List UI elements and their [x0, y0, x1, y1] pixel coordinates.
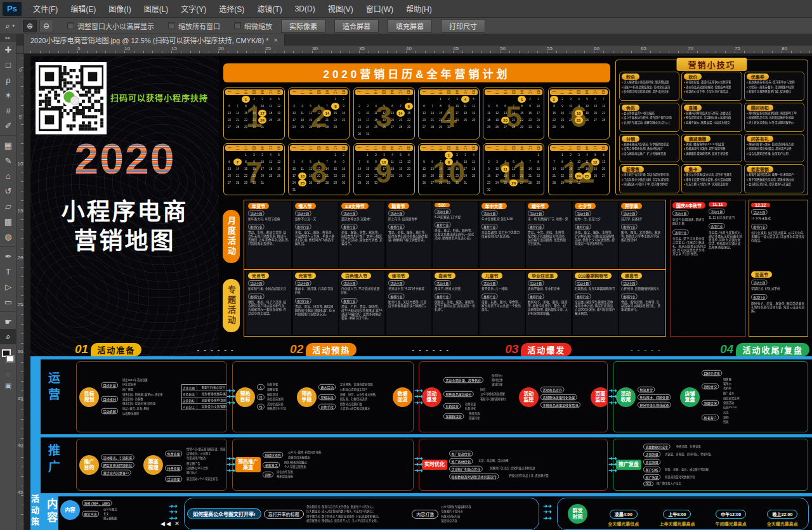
mindmap-item: 客户分析新客、老客、会员、成交客户等数据 — [643, 466, 730, 473]
calendar-day: 23 — [445, 117, 452, 123]
mindmap-subs: 拉新获客唤醒老客 — [267, 382, 282, 391]
quick-mask-button[interactable]: ◌ — [0, 368, 16, 380]
mindmap-pill: 活动曝光、引流获客 — [101, 454, 134, 460]
marquee-tool[interactable]: □ — [0, 57, 16, 72]
menu-item-10[interactable]: 帮助(H) — [400, 0, 438, 18]
calendar-day: 30 — [454, 180, 460, 186]
mindmap-subs: 同比2019年活动效果环比增长率推广预算 — [122, 378, 157, 392]
activity-industry: 餐饮、家居、电子产品等, 结合跨年用户可以装扮新气氛, 为新家置办一套新年好物,… — [248, 301, 289, 316]
mindmap-pill: 根据数据及时调整活动页面宣传 — [449, 473, 499, 479]
calendar-day: 17 — [575, 166, 582, 172]
mindmap-item: 活动全面放量、提升转化秒杀特价限时优惠满减包邮 — [443, 373, 516, 387]
featured-column-national: 国庆&中秋节活动主题欢度气氛迎国庆, 花好月圆过中秋适用行业全品类, 是下半年黄… — [672, 202, 707, 334]
menu-item-2[interactable]: 图像(I) — [102, 0, 137, 18]
hand-tool[interactable]: ☛ — [0, 314, 16, 329]
option-checkbox-1[interactable]: 缩放所有窗口 — [168, 21, 220, 31]
clone-stamp-tool[interactable]: ⌂ — [0, 168, 16, 183]
schedule-note: 午间曝光最高点 — [716, 520, 747, 527]
menu-item-9[interactable]: 窗口(W) — [360, 0, 400, 18]
tip-card-label: 集卡 — [684, 166, 702, 172]
crop-tool[interactable]: # — [0, 103, 16, 118]
menu-item-5[interactable]: 选择(S) — [213, 0, 251, 18]
magic-wand-tool[interactable]: ✶ — [0, 87, 16, 103]
option-button-0[interactable]: 实际像素 — [281, 19, 325, 33]
menu-item-1[interactable]: 编辑(E) — [64, 0, 102, 18]
calendar-month-4: 一二三四五六日412345678910111213141516171819202… — [418, 87, 480, 139]
theme-tag: 活动主题 — [751, 209, 768, 215]
eyedropper-tool[interactable]: ✐ — [0, 118, 16, 133]
mindmap-pill: 客户分析 — [643, 467, 660, 472]
mindmap-subitem: 推广成本 — [723, 392, 734, 395]
calendar-day: 4 — [299, 103, 306, 109]
calendar-weekday-row: 一二三四五六日 — [550, 145, 608, 151]
pen-tool[interactable]: ✒ — [0, 249, 16, 264]
gradient-tool[interactable]: ▩ — [0, 214, 16, 229]
mindmap-node: 实时优化 — [422, 460, 447, 469]
theme-tag: 活动主题 — [248, 210, 265, 216]
calendar-day: 15 — [364, 166, 370, 172]
eraser-tool[interactable]: ▱ — [0, 198, 16, 214]
brush-tool[interactable]: ✎ — [0, 153, 16, 168]
calendar-day: 11 — [501, 165, 509, 172]
option-checkbox-0[interactable]: 调整窗口大小以满屏显示 — [67, 21, 154, 31]
calendar-day: 6 — [502, 103, 509, 109]
zoom-in-button[interactable]: ⊕ — [23, 20, 37, 32]
mindmap-subitem: 朋友圈广告 — [187, 462, 209, 465]
tip-bullet: ▸砍到底价可下单, 引导分享扩散活动 — [684, 90, 724, 93]
path-selection-tool[interactable]: ▷ — [0, 279, 16, 294]
weekday-label: 五 — [390, 145, 394, 151]
calendar-day-grid: 1234567891011121314151617181920212223242… — [289, 95, 349, 131]
blur-tool[interactable]: ◍ — [0, 229, 16, 244]
ruler-h-number: 80 — [782, 46, 787, 51]
zoom-out-button[interactable]: ⊖ — [39, 20, 53, 32]
menu-item-6[interactable]: 滤镜(T) — [251, 0, 288, 18]
type-tool[interactable]: T — [0, 264, 16, 279]
background-color-swatch[interactable] — [6, 355, 15, 363]
option-button-2[interactable]: 填充屏幕 — [388, 19, 432, 33]
option-button-3[interactable]: 打印尺寸 — [441, 19, 485, 33]
history-brush-tool[interactable]: ↺ — [0, 183, 16, 198]
phase-group-2: 02活动预热 — [290, 342, 357, 356]
mindmap-subitem: 热品提前加购 — [267, 398, 284, 401]
document-tab[interactable]: 2020小程序电商营销地图.jpg @ 12.5% (扫码可以获得小程序扶持, … — [24, 34, 285, 46]
healing-brush-tool[interactable]: ▦ — [0, 138, 16, 153]
lasso-tool[interactable]: ρ — [0, 72, 16, 87]
menu-item-0[interactable]: 文件(F) — [27, 0, 64, 18]
tip-card-3: 会员▸会员等级设置3-5级为最佳▸设立专属权益与积分, 提升用户留存复购▸会员日… — [619, 103, 679, 132]
activity-card: 读书节活动主题世界读书日 “4.23”好书推荐推荐行业图书行业、知识付费等, 打… — [386, 271, 431, 335]
mindmap-pill: 其他手段 — [318, 404, 336, 410]
calendar-day: 12 — [421, 166, 427, 172]
calendar-day: 8 — [559, 159, 565, 165]
photoshop-logo[interactable]: Ps — [3, 2, 22, 16]
zoom-tool[interactable]: ⌕ — [0, 329, 16, 344]
schedule-time-pill: 中午12:00 — [716, 510, 746, 519]
tab-close-icon[interactable]: × — [273, 36, 277, 44]
menu-item-8[interactable]: 视图(V) — [322, 0, 360, 18]
document-canvas[interactable]: 扫码可以获得小程序扶持 2020 小程序电商 营销地图 2020营销日历&全年营… — [24, 54, 812, 530]
menu-item-4[interactable]: 文字(Y) — [174, 0, 213, 18]
phase-badge: 活动准备 — [91, 343, 141, 356]
calendar-day: 20 — [600, 166, 606, 172]
calendar-day-blank — [519, 152, 525, 158]
option-checkbox-2[interactable]: 细微缩放 — [234, 21, 272, 31]
mindmap-group: 目标 规划目标复盘同比2019年活动效果环比增长率推广预算目标规划销售目标: 销… — [79, 378, 178, 416]
move-tool[interactable]: ✚ — [0, 42, 16, 57]
menu-item-3[interactable]: 图层(L) — [138, 0, 175, 18]
mindmap-item: 活动商品库存 — [540, 386, 587, 393]
phase-group-3: 03活动爆发 — [505, 342, 572, 356]
menu-item-7[interactable]: 3D(D) — [289, 0, 322, 18]
screen-mode-button[interactable]: ▣ — [0, 380, 16, 391]
row-separator — [30, 434, 812, 437]
mindmap-group: 实时优化推广渠道优化推广素材优化文案、商品图、活动海报活动推广利益点优化洞察用户… — [422, 450, 564, 480]
featured-title: 国庆&中秋节 — [672, 202, 705, 209]
weekday-label: 六 — [528, 145, 532, 151]
mindmap-item: 免费流量经销人员/朋友圈海报裂变、转发店铺会员、公司员工全渠道用户触达 — [165, 447, 227, 461]
calendar-day-blank — [324, 152, 331, 158]
promo-cell-4: 推广复盘流量数据完成度免费流量、付费流量店铺流量浏览量、访客量、访问时长、停留时… — [613, 439, 808, 491]
option-button-1[interactable]: 适合屏幕 — [334, 19, 379, 33]
calendar-month-2: 一二三四五六日212345678910111213141516171819202… — [288, 87, 350, 139]
shape-tool[interactable]: ▭ — [0, 294, 16, 309]
zoom-tool-icon[interactable]: ⌕▼ — [4, 20, 20, 32]
weekday-label: 五 — [585, 89, 589, 95]
toolbar-collapse-icon[interactable]: ▸▸ — [0, 34, 16, 42]
